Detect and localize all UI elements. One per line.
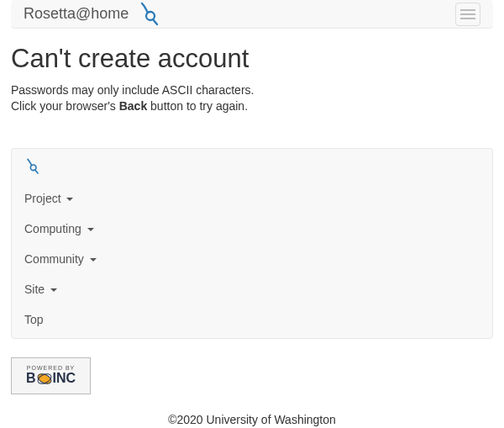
caret-down-icon: [50, 288, 57, 292]
error-bold-word: Back: [119, 99, 147, 113]
hamburger-bar-icon: [460, 18, 475, 19]
hamburger-menu-button[interactable]: [455, 3, 480, 26]
nav-label: Community: [24, 252, 84, 266]
caret-down-icon: [66, 198, 73, 201]
nav-label: Site: [24, 283, 45, 296]
main-content: Can't create account Passwords may only …: [0, 44, 504, 114]
footer-nav-item-computing[interactable]: Computing: [12, 214, 492, 244]
error-line-2-suffix: button to try again.: [147, 99, 248, 113]
footer-nav-item-community[interactable]: Community: [12, 244, 492, 274]
nav-label: Computing: [24, 222, 81, 235]
powered-by-boinc-badge[interactable]: POWERED BY BINC: [11, 357, 91, 394]
copyright-text: ©2020 University of Washington: [0, 413, 504, 426]
powered-by-text: POWERED BY: [27, 365, 75, 371]
nav-label: Top: [24, 313, 44, 326]
hamburger-bar-icon: [460, 13, 475, 15]
caret-down-icon: [90, 258, 97, 262]
hamburger-bar-icon: [460, 9, 475, 11]
brand[interactable]: Rosetta@home: [24, 2, 162, 27]
footer-nav-item-site[interactable]: Site: [12, 274, 492, 304]
error-message: Passwords may only include ASCII charact…: [11, 82, 493, 114]
rosetta-logo-icon: [24, 157, 41, 176]
nav-label: Project: [24, 192, 61, 205]
footer-nav-item-project[interactable]: Project: [12, 183, 492, 214]
top-navbar: Rosetta@home: [11, 0, 493, 29]
footer-nav: Project Computing Community Site Top: [11, 148, 493, 339]
footer-nav-item-top[interactable]: Top: [12, 304, 492, 335]
error-line-1: Passwords may only include ASCII charact…: [11, 83, 254, 97]
page-title: Can't create account: [11, 44, 493, 74]
error-line-2-prefix: Click your browser's: [11, 99, 119, 113]
rosetta-logo-icon: [137, 2, 162, 27]
brand-text: Rosetta@home: [24, 6, 129, 23]
caret-down-icon: [87, 228, 94, 231]
footer-logo[interactable]: [12, 157, 492, 183]
boinc-logo-icon: BINC: [26, 371, 76, 386]
